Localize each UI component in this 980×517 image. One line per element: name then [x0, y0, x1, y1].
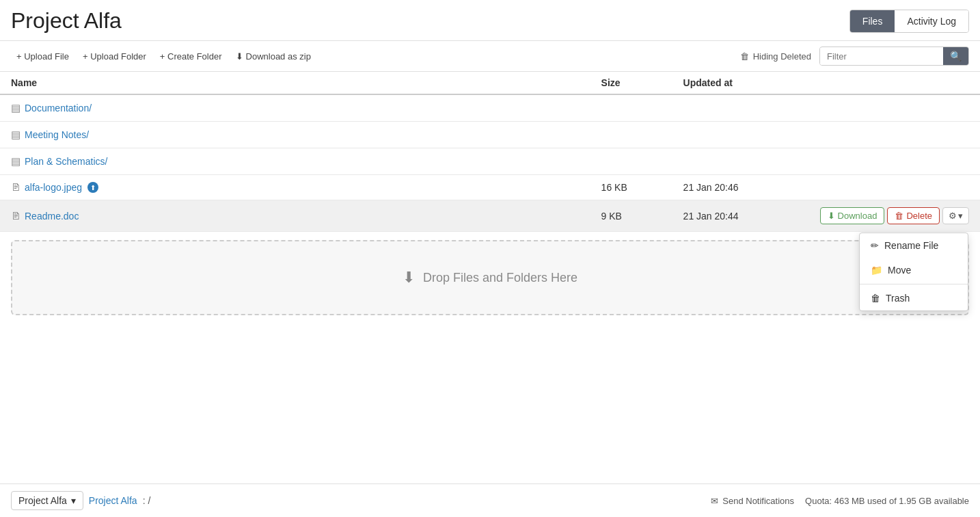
trash-icon: 🗑	[895, 211, 903, 221]
toolbar-right: 🗑 Hiding Deleted 🔍	[740, 47, 969, 66]
gear-icon: ⚙	[949, 211, 957, 221]
table-row: ▤ Plan & Schematics/	[0, 148, 980, 175]
folder-link[interactable]: ▤ Meeting Notes/	[11, 129, 580, 141]
hiding-deleted-indicator: 🗑 Hiding Deleted	[740, 51, 811, 62]
trash-icon: 🗑	[871, 293, 880, 304]
gear-button[interactable]: ⚙ ▾ ✏ Rename File 📁 Move	[942, 207, 969, 224]
table-row: 🖹 alfa-logo.jpeg ⬆ 16 KB 21 Jan 20:46	[0, 175, 980, 200]
tab-activity-log[interactable]: Activity Log	[895, 10, 968, 32]
file-updated-cell: 21 Jan 20:44	[672, 200, 809, 232]
folder-icon: ▤	[11, 102, 21, 114]
rename-file-item[interactable]: ✏ Rename File	[860, 233, 968, 258]
rename-icon: ✏	[871, 240, 879, 251]
chevron-down-icon: ▾	[958, 211, 963, 221]
file-updated-cell	[672, 148, 809, 175]
file-updated-cell	[672, 94, 809, 122]
file-actions-cell	[809, 94, 980, 122]
file-link[interactable]: 🖹 Readme.doc	[11, 211, 580, 222]
download-zip-icon: ⬇	[236, 51, 243, 62]
file-link[interactable]: 🖹 alfa-logo.jpeg ⬆	[11, 182, 580, 193]
upload-file-button[interactable]: + Upload File	[11, 49, 74, 64]
file-actions-cell	[809, 148, 980, 175]
table-row: ▤ Meeting Notes/	[0, 122, 980, 148]
table-row: ▤ Documentation/	[0, 94, 980, 122]
trash-icon: 🗑	[740, 51, 749, 62]
file-updated-cell	[672, 122, 809, 148]
file-actions-cell	[809, 175, 980, 200]
upload-folder-button[interactable]: + Upload Folder	[77, 49, 152, 64]
toolbar: + Upload File + Upload Folder + Create F…	[0, 41, 980, 72]
download-zip-button[interactable]: ⬇ Download as zip	[230, 49, 316, 64]
file-name-cell: ▤ Plan & Schematics/	[0, 148, 590, 175]
action-buttons: ⬇ Download 🗑 Delete ⚙ ▾ ✏	[820, 207, 969, 224]
file-updated-cell: 21 Jan 20:46	[672, 175, 809, 200]
folder-link[interactable]: ▤ Plan & Schematics/	[11, 155, 580, 168]
file-name-cell: 🖹 alfa-logo.jpeg ⬆	[0, 175, 590, 200]
file-actions-cell	[809, 122, 980, 148]
folder-icon: ▤	[11, 129, 21, 141]
file-actions-cell: ⬇ Download 🗑 Delete ⚙ ▾ ✏	[809, 200, 980, 232]
col-actions	[809, 72, 980, 94]
file-size-cell	[590, 122, 672, 148]
table-row: 🖹 Readme.doc 9 KB 21 Jan 20:44 ⬇ Downloa…	[0, 200, 980, 232]
filter-input-wrap: 🔍	[819, 47, 969, 66]
tab-files[interactable]: Files	[850, 10, 895, 32]
top-header: Project Alfa Files Activity Log	[0, 0, 980, 41]
gear-dropdown-menu: ✏ Rename File 📁 Move 🗑 Trash	[859, 233, 968, 311]
download-icon: ⬇	[828, 211, 835, 221]
file-size-cell: 9 KB	[590, 200, 672, 232]
filter-search-button[interactable]: 🔍	[943, 47, 968, 65]
drop-zone-text: Drop Files and Folders Here	[423, 271, 577, 285]
file-icon: 🖹	[11, 211, 21, 222]
trash-item[interactable]: 🗑 Trash	[860, 286, 968, 310]
create-folder-button[interactable]: + Create Folder	[154, 49, 228, 64]
download-button[interactable]: ⬇ Download	[820, 207, 885, 224]
dropdown-divider	[860, 284, 968, 284]
filter-input[interactable]	[820, 48, 943, 65]
file-size-cell	[590, 94, 672, 122]
file-size-cell	[590, 148, 672, 175]
upload-badge: ⬆	[87, 182, 98, 193]
file-name-cell: ▤ Documentation/	[0, 94, 590, 122]
delete-button[interactable]: 🗑 Delete	[887, 207, 940, 224]
col-size: Size	[590, 72, 672, 94]
folder-link[interactable]: ▤ Documentation/	[11, 102, 580, 114]
move-item[interactable]: 📁 Move	[860, 258, 968, 282]
drop-zone[interactable]: ⬇ Drop Files and Folders Here	[11, 240, 969, 315]
page-title: Project Alfa	[11, 8, 122, 34]
move-icon: 📁	[871, 265, 882, 276]
col-updated: Updated at	[672, 72, 809, 94]
drop-zone-icon: ⬇	[403, 269, 415, 287]
file-table: Name Size Updated at ▤ Documentation/ ▤	[0, 72, 980, 232]
file-name-cell: 🖹 Readme.doc	[0, 200, 590, 232]
file-icon: 🖹	[11, 182, 21, 193]
file-size-cell: 16 KB	[590, 175, 672, 200]
file-name-cell: ▤ Meeting Notes/	[0, 122, 590, 148]
col-name: Name	[0, 72, 590, 94]
folder-icon: ▤	[11, 155, 21, 168]
tab-group: Files Activity Log	[849, 10, 969, 33]
